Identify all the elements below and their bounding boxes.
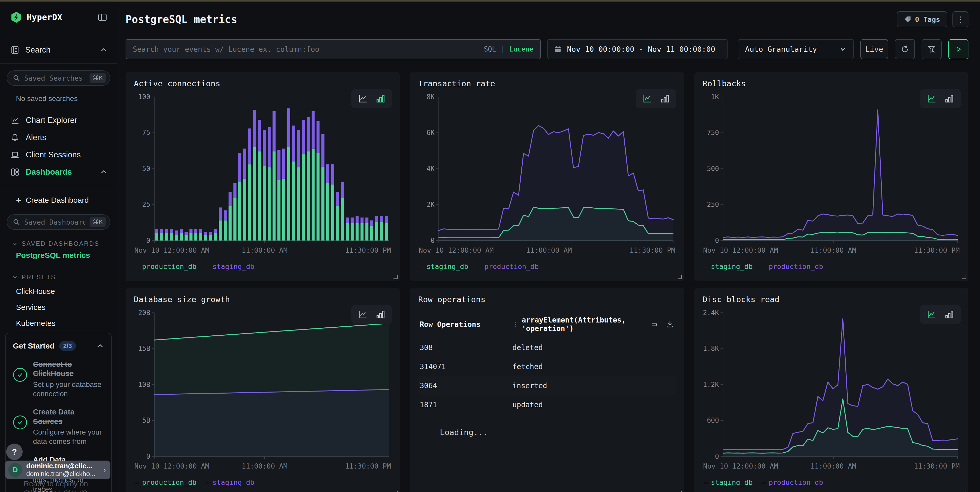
svg-text:1K: 1K: [711, 93, 719, 101]
refresh-icon: [900, 45, 910, 54]
svg-text:0: 0: [146, 237, 150, 244]
svg-text:11:00:00 AM: 11:00:00 AM: [810, 462, 856, 470]
tags-button[interactable]: 0 Tags: [897, 11, 947, 27]
legend-dash: —: [419, 262, 423, 270]
search-icon: [13, 219, 20, 226]
run-query-button[interactable]: [948, 39, 969, 59]
table-row[interactable]: 3064inserted: [418, 376, 676, 395]
panel-title: Transaction rate: [418, 79, 495, 88]
column-header[interactable]: Row Operations: [420, 320, 512, 329]
saved-dashboards-search[interactable]: ⌘K: [7, 214, 110, 230]
lucene-toggle[interactable]: Lucene: [509, 45, 533, 53]
legend-item[interactable]: —production_db: [477, 262, 539, 270]
sidebar-item-chart-explorer[interactable]: Chart Explorer: [0, 112, 117, 129]
line-chart-toggle-icon[interactable]: [358, 309, 368, 320]
refresh-button[interactable]: [895, 39, 915, 59]
download-icon[interactable]: [665, 320, 674, 329]
legend-item[interactable]: —production_db: [135, 478, 197, 486]
saved-searches-search[interactable]: ⌘K: [7, 70, 110, 86]
avatar: D: [8, 463, 22, 477]
user-menu[interactable]: D dominic.tran@clic... dominic.tran@clic…: [5, 460, 110, 479]
svg-text:5B: 5B: [142, 417, 150, 424]
saved-dashboards-input[interactable]: [24, 218, 86, 226]
sidebar-dashboard-postgresql-metrics[interactable]: PostgreSQL metrics: [0, 247, 117, 263]
step-connect-clickhouse[interactable]: Connect to ClickHouse Set up your databa…: [13, 359, 104, 398]
chart-canvas: 06001.2K1.8K2.4KNov 10 12:00:00 AM11:00:…: [703, 308, 960, 478]
drag-handle-icon[interactable]: ⋮: [512, 321, 518, 328]
legend-item[interactable]: —staging_db: [419, 262, 468, 270]
granularity-select[interactable]: Auto Granularity: [738, 39, 854, 59]
swap-columns-icon[interactable]: [650, 320, 659, 329]
sidebar-preset-services[interactable]: Services: [0, 299, 117, 315]
svg-text:2.4K: 2.4K: [703, 309, 719, 316]
presets-section[interactable]: PRESETS: [0, 273, 117, 281]
legend-item[interactable]: —staging_db: [205, 262, 255, 270]
line-chart-toggle-icon[interactable]: [642, 93, 653, 104]
sql-toggle[interactable]: SQL: [484, 45, 496, 53]
line-chart-toggle-icon[interactable]: [926, 309, 937, 320]
play-icon: [954, 45, 963, 53]
bar-chart-toggle-icon[interactable]: [375, 93, 386, 104]
legend-item[interactable]: —staging_db: [703, 262, 753, 270]
event-search-box[interactable]: SQL | Lucene: [126, 39, 541, 59]
date-range-value: Nov 10 00:00:00 - Nov 11 00:00:00: [567, 45, 715, 54]
panel-transaction-rate: Transaction rate 02K4K6K8KNov 10 12:00:0…: [410, 72, 684, 281]
legend-item[interactable]: —staging_db: [703, 478, 753, 486]
cell-value: 314071: [420, 363, 512, 371]
legend-label: staging_db: [711, 262, 753, 270]
legend-dash: —: [135, 478, 139, 486]
svg-text:0: 0: [431, 237, 435, 244]
filter-edit-icon: [927, 45, 936, 54]
saved-searches-input[interactable]: [24, 74, 86, 82]
help-button[interactable]: ?: [6, 444, 23, 460]
cell-operation: fetched: [512, 363, 674, 371]
divider: [0, 63, 117, 64]
chart-svg: 05B10B15B20BNov 10 12:00:00 AM11:00:00 A…: [134, 308, 391, 478]
svg-text:20B: 20B: [138, 309, 150, 316]
step-create-data-sources[interactable]: Create Data Sources Configure where your…: [13, 407, 104, 446]
legend-label: production_db: [142, 478, 196, 486]
live-button[interactable]: Live: [860, 39, 888, 59]
sidebar-preset-clickhouse[interactable]: ClickHouse: [0, 283, 117, 299]
cell-operation: updated: [512, 401, 674, 409]
sidebar-item-alerts[interactable]: Alerts: [0, 129, 117, 146]
bar-chart-toggle-icon[interactable]: [944, 93, 955, 104]
sidebar-preset-kubernetes[interactable]: Kubernetes: [0, 315, 117, 331]
bar-chart-toggle-icon[interactable]: [659, 93, 670, 104]
chart-explorer-icon: [10, 116, 19, 125]
legend-label: staging_db: [711, 478, 753, 486]
line-chart-toggle-icon[interactable]: [358, 93, 368, 104]
svg-text:750: 750: [707, 129, 719, 137]
bar-chart-toggle-icon[interactable]: [944, 309, 955, 320]
line-chart-toggle-icon[interactable]: [926, 93, 937, 104]
sidebar-item-client-sessions[interactable]: Client Sessions: [0, 146, 117, 163]
column-header[interactable]: arrayElement(Attributes, 'operation'): [522, 316, 650, 333]
date-range-picker[interactable]: Nov 10 00:00:00 - Nov 11 00:00:00: [547, 39, 727, 59]
collapse-sidebar-icon[interactable]: [97, 12, 108, 22]
sidebar-item-dashboards[interactable]: Dashboards: [0, 163, 117, 181]
legend-item[interactable]: —staging_db: [205, 478, 255, 486]
panel-database-size-growth: Database size growth 05B10B15B20BNov 10 …: [126, 288, 400, 492]
plus-icon: +: [16, 196, 21, 204]
event-search-input[interactable]: [133, 45, 479, 54]
legend-item[interactable]: —production_db: [762, 478, 823, 486]
svg-text:6K: 6K: [427, 129, 435, 137]
user-name: dominic.tran@clic...: [26, 462, 99, 470]
table-row[interactable]: 308deleted: [418, 338, 676, 357]
more-options-button[interactable]: ⋮: [953, 11, 969, 27]
chart-legend: —production_db—staging_db: [134, 478, 391, 486]
bar-chart-toggle-icon[interactable]: [375, 309, 386, 320]
chart-type-toggle: [351, 305, 392, 324]
legend-item[interactable]: —production_db: [762, 262, 823, 270]
chevron-down-icon: [839, 46, 846, 53]
chevron-up-icon[interactable]: [96, 342, 104, 350]
table-row[interactable]: 1871updated: [418, 395, 676, 414]
check-circle-icon: [13, 415, 27, 430]
legend-item[interactable]: —production_db: [135, 262, 197, 270]
sidebar-item-search[interactable]: Search: [0, 42, 117, 58]
table-row[interactable]: 314071fetched: [418, 357, 676, 376]
saved-dashboards-section[interactable]: SAVED DASHBOARDS: [0, 240, 117, 247]
filter-button[interactable]: [921, 39, 942, 59]
svg-text:10B: 10B: [138, 381, 150, 388]
create-dashboard-button[interactable]: + Create Dashboard: [0, 193, 117, 208]
